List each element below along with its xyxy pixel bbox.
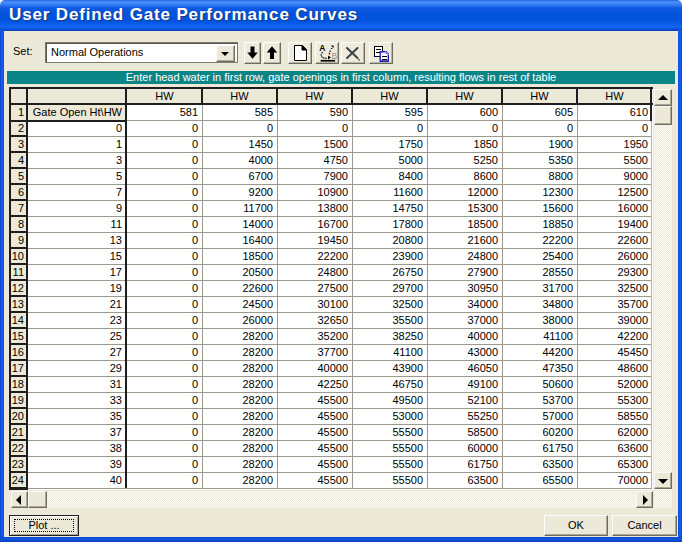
svg-text:B: B	[331, 51, 337, 61]
svg-text:A: A	[319, 43, 325, 53]
